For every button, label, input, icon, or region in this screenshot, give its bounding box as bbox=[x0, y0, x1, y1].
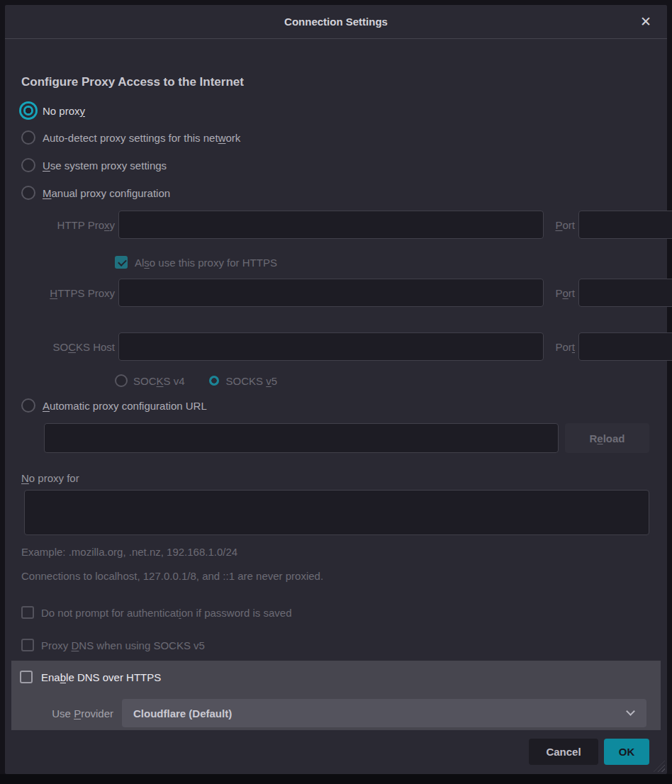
radio-unselected-icon bbox=[21, 398, 35, 413]
https-proxy-label: HTTPS Proxy bbox=[21, 287, 115, 299]
provider-dropdown[interactable]: Cloudflare (Default) bbox=[122, 699, 646, 727]
http-proxy-label: HTTP Proxy bbox=[21, 219, 115, 231]
socks-port-input[interactable] bbox=[578, 332, 672, 361]
radio-label: Use system proxy settings bbox=[43, 159, 167, 172]
https-port-label: Port bbox=[549, 287, 575, 299]
proxy-dns-label: Proxy DNS when using SOCKS v5 bbox=[41, 639, 205, 651]
radio-option-no-proxy[interactable]: No proxy bbox=[21, 102, 85, 119]
chevron-down-icon bbox=[626, 707, 635, 716]
checkbox-unchecked-icon bbox=[20, 671, 33, 683]
radio-option-manual-proxy[interactable]: Manual proxy configuration bbox=[21, 184, 170, 201]
localhost-note-text: Connections to localhost, 127.0.0.1/8, a… bbox=[21, 570, 323, 582]
http-port-input[interactable] bbox=[578, 211, 672, 239]
enable-doh-checkbox-row[interactable]: Enable DNS over HTTPS bbox=[20, 668, 161, 685]
checkbox-checked-icon bbox=[115, 256, 128, 269]
http-proxy-row: HTTP Proxy Port bbox=[21, 211, 651, 239]
radio-unselected-icon bbox=[21, 130, 35, 145]
no-prompt-checkbox-row[interactable]: Do not prompt for authentication if pass… bbox=[21, 604, 292, 621]
radio-selected-icon bbox=[21, 103, 35, 118]
dialog-titlebar: Connection Settings ✕ bbox=[5, 5, 667, 39]
cancel-button[interactable]: Cancel bbox=[529, 739, 598, 765]
example-text: Example: .mozilla.org, .net.nz, 192.168.… bbox=[21, 546, 237, 558]
no-proxy-for-label: No proxy for bbox=[21, 472, 79, 484]
radio-label: Automatic proxy configuration URL bbox=[43, 400, 207, 412]
radio-option-system-proxy[interactable]: Use system proxy settings bbox=[21, 157, 167, 174]
also-https-checkbox-row[interactable]: Also use this proxy for HTTPS bbox=[115, 254, 277, 271]
radio-unselected-icon bbox=[21, 186, 35, 200]
provider-row: Use Provider Cloudflare (Default) bbox=[14, 699, 658, 727]
also-https-label: Also use this proxy for HTTPS bbox=[135, 257, 277, 269]
radio-label: No proxy bbox=[43, 105, 85, 117]
section-heading: Configure Proxy Access to the Internet bbox=[21, 75, 244, 89]
page-background bbox=[0, 774, 672, 784]
no-proxy-for-textarea[interactable] bbox=[24, 490, 649, 535]
http-port-label: Port bbox=[549, 219, 575, 231]
checkbox-unchecked-icon bbox=[21, 639, 34, 651]
socks-host-input[interactable] bbox=[118, 332, 544, 361]
checkbox-unchecked-icon bbox=[21, 606, 34, 619]
no-proxy-for-label-row: No proxy for bbox=[21, 469, 79, 486]
socks-version-row: SOCKS v4 SOCKS v5 bbox=[115, 372, 277, 389]
socks-v5-label[interactable]: SOCKS v5 bbox=[226, 375, 278, 387]
radio-option-auto-detect[interactable]: Auto-detect proxy settings for this netw… bbox=[21, 129, 240, 146]
connection-settings-dialog: Connection Settings ✕ Configure Proxy Ac… bbox=[5, 5, 667, 774]
socks-host-label: SOCKS Host bbox=[21, 341, 115, 353]
enable-doh-label: Enable DNS over HTTPS bbox=[41, 671, 161, 683]
close-icon[interactable]: ✕ bbox=[637, 5, 654, 39]
reload-button[interactable]: Reload bbox=[565, 423, 649, 453]
socks-v5-radio-icon[interactable] bbox=[208, 374, 220, 387]
socks-v4-label[interactable]: SOCKS v4 bbox=[133, 375, 185, 387]
no-prompt-label: Do not prompt for authentication if pass… bbox=[41, 607, 292, 619]
ok-button[interactable]: OK bbox=[604, 739, 649, 765]
https-proxy-row: HTTPS Proxy Port bbox=[21, 279, 651, 307]
socks-v4-radio-icon[interactable] bbox=[115, 374, 128, 387]
socks-port-label: Port bbox=[549, 341, 575, 353]
use-provider-label: Use Provider bbox=[14, 707, 113, 719]
proxy-dns-checkbox-row[interactable]: Proxy DNS when using SOCKS v5 bbox=[21, 637, 205, 654]
radio-unselected-icon bbox=[21, 158, 35, 172]
socks-host-row: SOCKS Host Port bbox=[21, 332, 651, 361]
screen: Connection Settings ✕ Configure Proxy Ac… bbox=[0, 0, 672, 784]
dns-over-https-highlight-section: Enable DNS over HTTPS Use Provider Cloud… bbox=[11, 661, 661, 730]
radio-label: Auto-detect proxy settings for this netw… bbox=[43, 132, 240, 144]
http-proxy-input[interactable] bbox=[118, 211, 544, 239]
auto-url-row: Reload bbox=[44, 423, 649, 453]
resize-grip[interactable] bbox=[654, 761, 665, 772]
radio-option-auto-url[interactable]: Automatic proxy configuration URL bbox=[21, 397, 207, 414]
https-port-input[interactable] bbox=[578, 279, 672, 307]
auto-url-input[interactable] bbox=[44, 423, 559, 453]
https-proxy-input[interactable] bbox=[118, 279, 544, 307]
radio-label: Manual proxy configuration bbox=[43, 187, 170, 199]
provider-selected-value: Cloudflare (Default) bbox=[133, 707, 232, 719]
dialog-title: Connection Settings bbox=[5, 5, 667, 39]
